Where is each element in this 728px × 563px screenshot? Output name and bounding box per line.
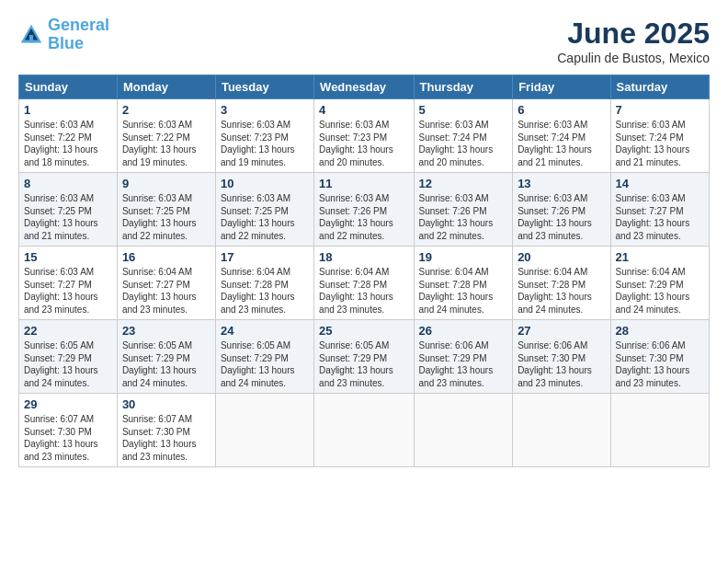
day-number: 16 xyxy=(122,250,210,264)
calendar-cell: 23Sunrise: 6:05 AM Sunset: 7:29 PM Dayli… xyxy=(117,320,215,394)
calendar-cell: 15Sunrise: 6:03 AM Sunset: 7:27 PM Dayli… xyxy=(19,247,118,320)
day-number: 17 xyxy=(221,250,309,264)
day-number: 30 xyxy=(122,397,210,411)
calendar-cell: 14Sunrise: 6:03 AM Sunset: 7:27 PM Dayli… xyxy=(610,173,709,247)
logo-line1: General xyxy=(48,16,109,34)
col-thursday: Thursday xyxy=(414,75,513,99)
day-number: 6 xyxy=(518,103,605,117)
col-friday: Friday xyxy=(513,75,610,99)
day-detail: Sunrise: 6:03 AM Sunset: 7:22 PM Dayligh… xyxy=(24,119,112,168)
calendar-week-row: 15Sunrise: 6:03 AM Sunset: 7:27 PM Dayli… xyxy=(19,247,710,320)
calendar-cell: 17Sunrise: 6:04 AM Sunset: 7:28 PM Dayli… xyxy=(215,247,313,320)
day-number: 12 xyxy=(419,177,508,190)
day-detail: Sunrise: 6:03 AM Sunset: 7:26 PM Dayligh… xyxy=(518,192,605,242)
calendar-cell: 22Sunrise: 6:05 AM Sunset: 7:29 PM Dayli… xyxy=(19,320,118,394)
day-detail: Sunrise: 6:06 AM Sunset: 7:30 PM Dayligh… xyxy=(518,339,605,389)
calendar-cell: 6Sunrise: 6:03 AM Sunset: 7:24 PM Daylig… xyxy=(513,99,610,173)
calendar-cell xyxy=(215,394,313,467)
day-number: 5 xyxy=(419,103,508,117)
logo-line2: Blue xyxy=(48,34,84,52)
day-detail: Sunrise: 6:03 AM Sunset: 7:25 PM Dayligh… xyxy=(221,192,309,242)
logo-icon xyxy=(18,22,44,48)
day-detail: Sunrise: 6:03 AM Sunset: 7:26 PM Dayligh… xyxy=(419,192,508,242)
day-number: 27 xyxy=(518,324,605,338)
calendar-cell: 29Sunrise: 6:07 AM Sunset: 7:30 PM Dayli… xyxy=(19,394,118,467)
calendar-cell: 25Sunrise: 6:05 AM Sunset: 7:29 PM Dayli… xyxy=(314,320,414,394)
day-number: 25 xyxy=(319,324,408,338)
calendar-cell xyxy=(610,394,709,467)
day-detail: Sunrise: 6:03 AM Sunset: 7:26 PM Dayligh… xyxy=(319,192,408,242)
calendar-header-row: Sunday Monday Tuesday Wednesday Thursday… xyxy=(19,75,710,99)
col-saturday: Saturday xyxy=(610,75,709,99)
day-number: 14 xyxy=(616,177,704,190)
calendar-cell: 9Sunrise: 6:03 AM Sunset: 7:25 PM Daylig… xyxy=(117,173,215,247)
day-number: 28 xyxy=(616,324,704,338)
calendar-cell: 30Sunrise: 6:07 AM Sunset: 7:30 PM Dayli… xyxy=(117,394,215,467)
day-detail: Sunrise: 6:04 AM Sunset: 7:27 PM Dayligh… xyxy=(122,266,210,316)
day-number: 9 xyxy=(122,177,210,190)
day-detail: Sunrise: 6:03 AM Sunset: 7:22 PM Dayligh… xyxy=(122,119,210,168)
day-detail: Sunrise: 6:04 AM Sunset: 7:28 PM Dayligh… xyxy=(319,266,408,316)
day-detail: Sunrise: 6:03 AM Sunset: 7:25 PM Dayligh… xyxy=(24,192,112,242)
calendar-cell xyxy=(414,394,513,467)
day-number: 7 xyxy=(616,103,704,117)
calendar-cell: 1Sunrise: 6:03 AM Sunset: 7:22 PM Daylig… xyxy=(19,99,118,173)
col-tuesday: Tuesday xyxy=(215,75,313,99)
day-number: 24 xyxy=(221,324,309,338)
day-number: 2 xyxy=(122,103,210,117)
day-detail: Sunrise: 6:03 AM Sunset: 7:23 PM Dayligh… xyxy=(319,119,408,168)
calendar-cell: 11Sunrise: 6:03 AM Sunset: 7:26 PM Dayli… xyxy=(314,173,414,247)
calendar-cell: 19Sunrise: 6:04 AM Sunset: 7:28 PM Dayli… xyxy=(414,247,513,320)
day-detail: Sunrise: 6:03 AM Sunset: 7:23 PM Dayligh… xyxy=(221,119,309,168)
calendar-cell: 4Sunrise: 6:03 AM Sunset: 7:23 PM Daylig… xyxy=(314,99,414,173)
col-sunday: Sunday xyxy=(19,75,118,99)
page: General Blue June 2025 Capulin de Bustos… xyxy=(0,0,728,563)
calendar-cell: 10Sunrise: 6:03 AM Sunset: 7:25 PM Dayli… xyxy=(215,173,313,247)
day-detail: Sunrise: 6:05 AM Sunset: 7:29 PM Dayligh… xyxy=(319,339,408,389)
day-number: 26 xyxy=(419,324,508,338)
day-detail: Sunrise: 6:05 AM Sunset: 7:29 PM Dayligh… xyxy=(24,339,112,389)
col-monday: Monday xyxy=(117,75,215,99)
day-detail: Sunrise: 6:04 AM Sunset: 7:29 PM Dayligh… xyxy=(616,266,704,316)
day-detail: Sunrise: 6:03 AM Sunset: 7:24 PM Dayligh… xyxy=(419,119,508,168)
calendar-cell: 5Sunrise: 6:03 AM Sunset: 7:24 PM Daylig… xyxy=(414,99,513,173)
title-block: June 2025 Capulin de Bustos, Mexico xyxy=(557,17,710,65)
calendar-cell: 28Sunrise: 6:06 AM Sunset: 7:30 PM Dayli… xyxy=(610,320,709,394)
day-detail: Sunrise: 6:03 AM Sunset: 7:24 PM Dayligh… xyxy=(518,119,605,168)
day-number: 13 xyxy=(518,177,605,190)
logo-text: General Blue xyxy=(48,17,109,53)
col-wednesday: Wednesday xyxy=(314,75,414,99)
calendar-cell xyxy=(314,394,414,467)
calendar-cell: 13Sunrise: 6:03 AM Sunset: 7:26 PM Dayli… xyxy=(513,173,610,247)
calendar-cell: 18Sunrise: 6:04 AM Sunset: 7:28 PM Dayli… xyxy=(314,247,414,320)
day-detail: Sunrise: 6:03 AM Sunset: 7:25 PM Dayligh… xyxy=(122,192,210,242)
day-detail: Sunrise: 6:04 AM Sunset: 7:28 PM Dayligh… xyxy=(518,266,605,316)
day-detail: Sunrise: 6:06 AM Sunset: 7:30 PM Dayligh… xyxy=(616,339,704,389)
month-year: June 2025 xyxy=(557,17,710,51)
day-number: 10 xyxy=(221,177,309,190)
day-number: 11 xyxy=(319,177,408,190)
day-detail: Sunrise: 6:04 AM Sunset: 7:28 PM Dayligh… xyxy=(221,266,309,316)
location: Capulin de Bustos, Mexico xyxy=(557,51,710,65)
svg-rect-2 xyxy=(29,35,33,42)
calendar-week-row: 8Sunrise: 6:03 AM Sunset: 7:25 PM Daylig… xyxy=(19,173,710,247)
day-detail: Sunrise: 6:07 AM Sunset: 7:30 PM Dayligh… xyxy=(122,413,210,463)
calendar-week-row: 1Sunrise: 6:03 AM Sunset: 7:22 PM Daylig… xyxy=(19,99,710,173)
day-number: 21 xyxy=(616,250,704,264)
calendar-week-row: 22Sunrise: 6:05 AM Sunset: 7:29 PM Dayli… xyxy=(19,320,710,394)
calendar-cell: 20Sunrise: 6:04 AM Sunset: 7:28 PM Dayli… xyxy=(513,247,610,320)
calendar-cell: 21Sunrise: 6:04 AM Sunset: 7:29 PM Dayli… xyxy=(610,247,709,320)
day-number: 22 xyxy=(24,324,112,338)
calendar-cell: 8Sunrise: 6:03 AM Sunset: 7:25 PM Daylig… xyxy=(19,173,118,247)
calendar-cell: 16Sunrise: 6:04 AM Sunset: 7:27 PM Dayli… xyxy=(117,247,215,320)
calendar-cell: 7Sunrise: 6:03 AM Sunset: 7:24 PM Daylig… xyxy=(610,99,709,173)
day-number: 20 xyxy=(518,250,605,264)
day-number: 8 xyxy=(24,177,112,190)
logo: General Blue xyxy=(18,17,109,53)
day-number: 18 xyxy=(319,250,408,264)
calendar-cell xyxy=(513,394,610,467)
calendar-week-row: 29Sunrise: 6:07 AM Sunset: 7:30 PM Dayli… xyxy=(19,394,710,467)
calendar-cell: 27Sunrise: 6:06 AM Sunset: 7:30 PM Dayli… xyxy=(513,320,610,394)
calendar-cell: 12Sunrise: 6:03 AM Sunset: 7:26 PM Dayli… xyxy=(414,173,513,247)
day-detail: Sunrise: 6:06 AM Sunset: 7:29 PM Dayligh… xyxy=(419,339,508,389)
